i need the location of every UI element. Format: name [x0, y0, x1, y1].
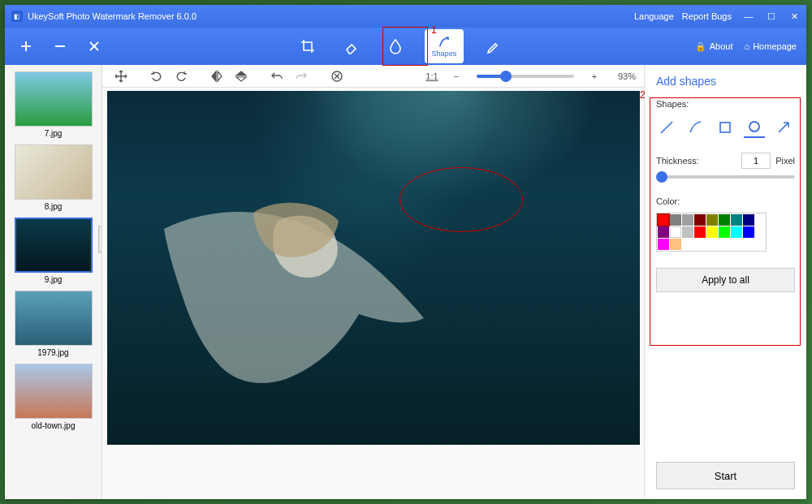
shape-ellipse[interactable]	[744, 117, 765, 138]
color-swatch[interactable]	[706, 214, 718, 226]
thumbnail-panel: 7.jpg 8.jpg 9.jpg 1979.jpg old-town.jpg	[5, 65, 102, 499]
minimize-button[interactable]: —	[743, 11, 754, 22]
color-swatch[interactable]	[731, 226, 742, 238]
svg-point-2	[749, 122, 759, 131]
language-link[interactable]: Language	[634, 11, 674, 21]
add-image-button[interactable]	[15, 35, 37, 58]
color-swatch[interactable]	[658, 226, 669, 238]
shapes-label: Shapes:	[656, 99, 795, 109]
about-link[interactable]: 🔒 About	[695, 41, 733, 52]
marker-tool[interactable]	[478, 32, 508, 61]
image-canvas[interactable]	[107, 91, 640, 445]
color-swatch[interactable]	[694, 214, 706, 226]
shapes-tool-label: Shapes	[432, 50, 457, 58]
window-title: UkeySoft Photo Watermark Remover 6.0.0	[28, 11, 634, 21]
remove-image-button[interactable]	[49, 35, 71, 58]
zoom-percent: 93%	[608, 71, 636, 81]
report-bugs-link[interactable]: Report Bugs	[682, 11, 732, 21]
close-button[interactable]: ✕	[788, 11, 800, 22]
thumbnail-item[interactable]: 1979.jpg	[11, 291, 95, 357]
zoom-slider[interactable]	[477, 75, 574, 78]
color-swatch[interactable]	[694, 226, 706, 238]
zoom-out-button[interactable]: −	[446, 67, 467, 86]
thumbnail-item[interactable]: old-town.jpg	[11, 364, 95, 430]
app-logo: ◧	[11, 11, 23, 22]
color-label: Color:	[656, 196, 795, 206]
thickness-input[interactable]	[741, 153, 771, 169]
shape-rectangle[interactable]	[715, 117, 736, 138]
shape-arrow[interactable]	[773, 117, 794, 138]
eraser-tool[interactable]	[337, 32, 366, 61]
lock-icon: 🔒	[695, 41, 706, 52]
color-swatch[interactable]	[670, 239, 681, 250]
start-button[interactable]: Start	[656, 462, 795, 489]
apply-to-all-button[interactable]: Apply to all	[656, 268, 795, 292]
thickness-unit: Pixel	[775, 156, 795, 166]
thumbnail-item[interactable]: 8.jpg	[11, 144, 95, 211]
color-swatch[interactable]	[682, 214, 693, 226]
color-swatch[interactable]	[658, 214, 669, 226]
move-tool[interactable]	[110, 67, 132, 86]
rotate-right-button[interactable]	[171, 67, 192, 86]
color-swatches	[656, 213, 767, 252]
annotation-2: 2	[640, 89, 646, 101]
color-swatch[interactable]	[731, 214, 742, 226]
color-swatch[interactable]	[706, 226, 718, 238]
flip-horizontal-button[interactable]	[206, 67, 227, 86]
flip-vertical-button[interactable]	[231, 67, 252, 86]
homepage-link[interactable]: ⌂ Homepage	[745, 41, 797, 51]
rotate-left-button[interactable]	[146, 67, 167, 86]
color-swatch[interactable]	[670, 226, 681, 238]
zoom-actual-button[interactable]: 1:1	[421, 67, 443, 86]
annotation-1: 1	[431, 24, 437, 36]
color-swatch[interactable]	[682, 226, 693, 238]
svg-rect-1	[720, 123, 730, 132]
shape-line[interactable]	[656, 117, 677, 138]
photo-subject	[132, 180, 456, 424]
maximize-button[interactable]: ☐	[766, 11, 777, 22]
panel-title: Add shapes	[656, 75, 795, 88]
blur-tool[interactable]	[381, 32, 410, 61]
thickness-label: Thickness:	[656, 156, 736, 166]
color-swatch[interactable]	[743, 226, 754, 238]
thumbnail-item[interactable]: 9.jpg	[11, 218, 95, 284]
shape-freehand[interactable]	[685, 117, 706, 138]
color-swatch[interactable]	[719, 226, 730, 238]
thickness-slider[interactable]	[656, 175, 795, 179]
crop-tool[interactable]	[293, 32, 322, 61]
home-icon: ⌂	[745, 41, 750, 51]
delete-selection-button[interactable]	[326, 67, 348, 86]
clear-images-button[interactable]	[83, 35, 106, 58]
color-swatch[interactable]	[719, 214, 730, 226]
undo-button[interactable]	[266, 67, 287, 86]
thumb-scroll-grip[interactable]	[98, 226, 102, 253]
color-swatch[interactable]	[670, 214, 681, 226]
color-swatch[interactable]	[743, 214, 754, 226]
color-swatch[interactable]	[658, 239, 669, 250]
drawn-ellipse-shape[interactable]	[400, 167, 523, 232]
thumbnail-item[interactable]: 7.jpg	[11, 71, 95, 138]
redo-button[interactable]	[291, 67, 312, 86]
zoom-in-button[interactable]: +	[584, 67, 605, 86]
